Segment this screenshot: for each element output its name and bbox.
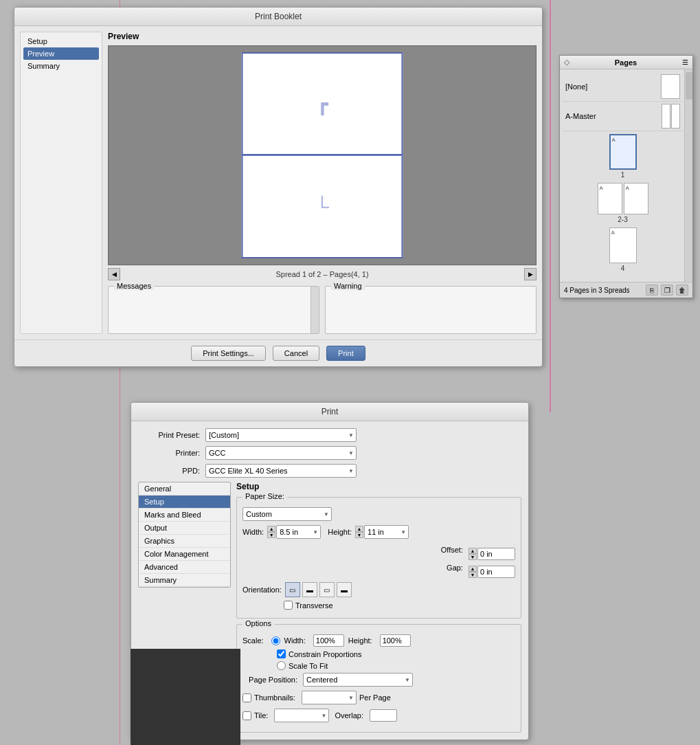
page-position-select[interactable]: Centered [303,673,413,687]
sidebar-item-setup[interactable]: Setup [23,35,99,47]
scale-width-input[interactable] [313,634,344,647]
orient-landscape[interactable]: ▬ [337,582,352,597]
messages-scrollbar[interactable] [311,287,319,333]
orientation-row: Orientation: ▭ ▬ ▭ ▬ [242,582,515,597]
pages-panel-scrollbar[interactable] [684,69,692,282]
scale-width-label: Width: [284,636,306,645]
warning-box: Warning [325,286,537,334]
messages-warning-row: Messages Warning [108,286,537,334]
cancel-button[interactable]: Cancel [273,346,319,361]
printer-label: Printer: [138,449,200,457]
a-master-row[interactable]: A-Master [563,102,683,131]
width-select-wrap: 8.5 in [276,525,321,539]
spread-3-thumb: A [624,183,648,214]
orient-portrait-r[interactable]: ▭ [319,582,335,597]
delete-page-btn[interactable]: 🗑 [676,285,688,296]
page-1-label: 1 [621,171,625,179]
overlap-input[interactable] [370,709,397,722]
pages-panel-close-btn[interactable]: ◇ [564,58,569,67]
page-1-container[interactable]: A 1 [565,134,680,179]
a-master-thumb [662,104,680,129]
thumbnails-label: Thumbnails: [254,693,295,702]
page-4-container[interactable]: A 4 [565,227,680,272]
print-sidebar-summary[interactable]: Summary [139,574,230,587]
thumbnails-select[interactable] [302,691,357,704]
height-down-btn[interactable]: ▼ [355,532,363,538]
page4-watermark: └ [315,196,329,218]
print-sidebar-general[interactable]: General [139,482,230,496]
transverse-checkbox[interactable] [284,601,293,610]
scale-to-fit-radio[interactable] [277,661,286,670]
print-sidebar-setup[interactable]: Setup [139,496,230,509]
scale-width-radio[interactable] [271,636,280,645]
sidebar-item-summary[interactable]: Summary [23,60,99,72]
scale-height-label: Height: [348,636,372,645]
width-select[interactable]: 8.5 in [276,525,321,539]
transverse-label: Transverse [295,601,333,610]
pages-stats: 4 Pages in 3 Spreads [564,287,630,294]
orient-portrait[interactable]: ▭ [285,582,300,597]
print-settings-button[interactable]: Print Settings... [191,346,266,361]
tile-checkbox[interactable] [242,711,251,720]
constrain-checkbox[interactable] [277,649,286,658]
spread-2-3-label: 2-3 [618,216,627,223]
preview-spread: ┏ └ [242,52,403,258]
offset-input[interactable] [477,548,515,560]
print-sidebar-color[interactable]: Color Management [139,548,230,561]
print-button[interactable]: Print [326,346,365,361]
gap-down-btn[interactable]: ▼ [468,572,477,578]
gap-input[interactable] [477,566,515,578]
height-up-btn[interactable]: ▲ [355,526,363,532]
printer-select[interactable]: GCC [205,446,357,460]
transverse-row: Transverse [284,601,515,610]
pages-grid: A 1 A A 2-3 [563,131,683,279]
orient-landscape-r[interactable]: ▬ [302,582,317,597]
gap-label: Gap: [447,564,463,572]
dark-preview-area [131,649,240,745]
paper-size-select[interactable]: Custom [242,507,332,521]
offset-down-btn[interactable]: ▼ [468,554,477,560]
a-master-label: A-Master [565,112,596,120]
thumbnails-checkbox[interactable] [242,693,251,702]
width-down-btn[interactable]: ▼ [267,532,275,538]
tile-select-wrap [274,709,329,722]
height-select[interactable]: 11 in [364,525,409,539]
paper-size-legend: Paper Size: [242,492,287,500]
footer-actions: ⎘ ❐ 🗑 [646,285,688,296]
print-preset-select[interactable]: [Custom] [205,428,357,442]
print-sidebar-output[interactable]: Output [139,522,230,535]
print-sidebar-graphics[interactable]: Graphics [139,535,230,548]
height-select-wrap: 11 in [364,525,409,539]
pages-panel-scrollbar-thumb [686,72,692,100]
width-up-btn[interactable]: ▲ [267,526,275,532]
ppd-select[interactable]: GCC Elite XL 40 Series [205,464,357,478]
height-spinner: ▲ ▼ 11 in [355,525,409,539]
scale-height-input[interactable] [380,634,411,647]
scale-row: Scale: Width: Height: [242,634,515,647]
warning-legend: Warning [331,282,365,290]
print-sidebar-advanced[interactable]: Advanced [139,561,230,574]
prev-spread-button[interactable]: ◀ [108,268,120,280]
offset-up-btn[interactable]: ▲ [468,548,477,554]
duplicate-page-btn[interactable]: ❐ [661,285,673,296]
tile-select[interactable] [274,709,329,722]
spread-2-master-label: A [600,185,603,191]
gap-up-btn[interactable]: ▲ [468,566,477,572]
preview-page-bottom: └ [242,155,403,258]
width-spinner: ▲ ▼ 8.5 in [267,525,321,539]
new-page-btn[interactable]: ⎘ [646,285,658,296]
page-4-label: 4 [621,265,625,272]
options-section: Options Scale: Width: Height: [236,624,521,733]
per-page-label: Per Page [359,693,391,702]
page-position-select-wrap: Centered [303,673,413,687]
messages-box: Messages [108,286,319,334]
scale-to-fit-row: Scale To Fit [277,661,515,670]
print-sidebar-marks[interactable]: Marks and Bleed [139,509,230,522]
pages-panel-footer: 4 Pages in 3 Spreads ⎘ ❐ 🗑 [560,282,692,298]
sidebar-item-preview[interactable]: Preview [23,47,99,60]
page-4-master-label: A [611,230,615,236]
spread-2-3-container[interactable]: A A 2-3 [565,183,680,223]
next-spread-button[interactable]: ▶ [524,268,537,280]
thumbnails-row: Thumbnails: Per Page [242,691,515,704]
pages-panel-menu-btn[interactable]: ☰ [682,58,688,66]
